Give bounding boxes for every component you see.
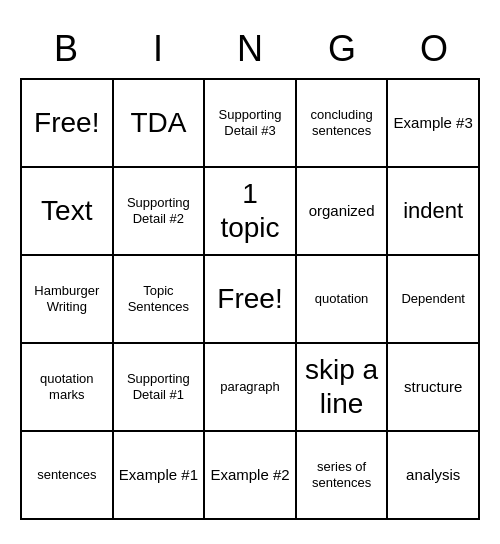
bingo-cell-13: quotation: [297, 256, 389, 344]
cell-text-8: organized: [309, 202, 375, 220]
bingo-card: BINGO Free!TDASupporting Detail #3conclu…: [10, 14, 490, 530]
bingo-cell-7: 1 topic: [205, 168, 297, 256]
bingo-cell-18: skip a line: [297, 344, 389, 432]
cell-text-19: structure: [404, 378, 462, 396]
bingo-cell-6: Supporting Detail #2: [114, 168, 206, 256]
bingo-cell-4: Example #3: [388, 80, 480, 168]
cell-text-1: TDA: [130, 106, 186, 140]
bingo-cell-23: series of sentences: [297, 432, 389, 520]
bingo-cell-2: Supporting Detail #3: [205, 80, 297, 168]
bingo-cell-5: Text: [22, 168, 114, 256]
bingo-cell-22: Example #2: [205, 432, 297, 520]
cell-text-21: Example #1: [119, 466, 198, 484]
cell-text-24: analysis: [406, 466, 460, 484]
cell-text-3: concluding sentences: [301, 107, 383, 138]
bingo-cell-9: indent: [388, 168, 480, 256]
cell-text-0: Free!: [34, 106, 99, 140]
bingo-cell-14: Dependent: [388, 256, 480, 344]
cell-text-13: quotation: [315, 291, 369, 307]
cell-text-20: sentences: [37, 467, 96, 483]
cell-text-22: Example #2: [210, 466, 289, 484]
bingo-cell-3: concluding sentences: [297, 80, 389, 168]
cell-text-11: Topic Sentences: [118, 283, 200, 314]
bingo-cell-0: Free!: [22, 80, 114, 168]
bingo-cell-21: Example #1: [114, 432, 206, 520]
header-letter-G: G: [296, 24, 388, 74]
bingo-cell-1: TDA: [114, 80, 206, 168]
bingo-cell-11: Topic Sentences: [114, 256, 206, 344]
cell-text-18: skip a line: [301, 353, 383, 420]
cell-text-23: series of sentences: [301, 459, 383, 490]
cell-text-9: indent: [403, 198, 463, 224]
cell-text-16: Supporting Detail #1: [118, 371, 200, 402]
header-letter-I: I: [112, 24, 204, 74]
bingo-cell-15: quotation marks: [22, 344, 114, 432]
cell-text-17: paragraph: [220, 379, 279, 395]
bingo-header: BINGO: [20, 24, 480, 74]
cell-text-5: Text: [41, 194, 92, 228]
bingo-cell-24: analysis: [388, 432, 480, 520]
bingo-cell-8: organized: [297, 168, 389, 256]
cell-text-6: Supporting Detail #2: [118, 195, 200, 226]
bingo-cell-16: Supporting Detail #1: [114, 344, 206, 432]
cell-text-10: Hamburger Writing: [26, 283, 108, 314]
bingo-cell-19: structure: [388, 344, 480, 432]
bingo-cell-17: paragraph: [205, 344, 297, 432]
header-letter-B: B: [20, 24, 112, 74]
bingo-cell-20: sentences: [22, 432, 114, 520]
header-letter-O: O: [388, 24, 480, 74]
cell-text-15: quotation marks: [26, 371, 108, 402]
bingo-cell-10: Hamburger Writing: [22, 256, 114, 344]
bingo-grid: Free!TDASupporting Detail #3concluding s…: [20, 78, 480, 520]
cell-text-4: Example #3: [394, 114, 473, 132]
cell-text-14: Dependent: [401, 291, 465, 307]
header-letter-N: N: [204, 24, 296, 74]
cell-text-12: Free!: [217, 282, 282, 316]
cell-text-2: Supporting Detail #3: [209, 107, 291, 138]
bingo-cell-12: Free!: [205, 256, 297, 344]
cell-text-7: 1 topic: [209, 177, 291, 244]
